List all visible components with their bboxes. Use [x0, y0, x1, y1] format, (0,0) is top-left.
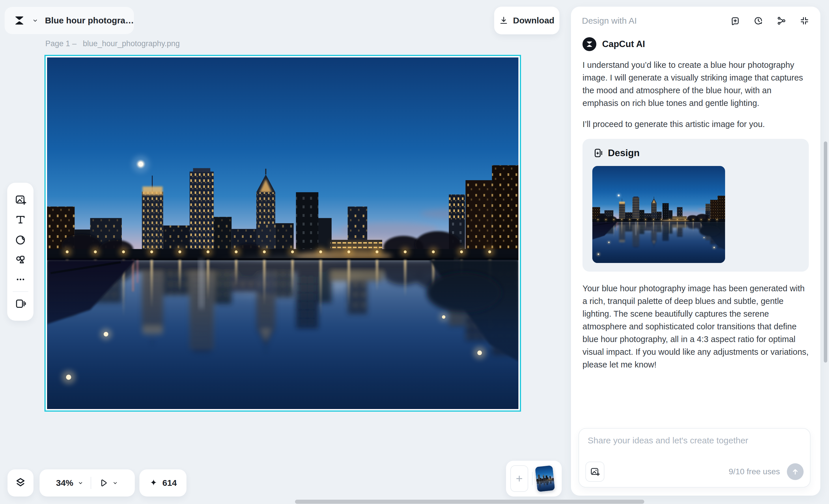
- design-icon: [592, 147, 603, 158]
- assistant-row: CapCut AI: [582, 37, 809, 51]
- text-tool[interactable]: [12, 212, 29, 228]
- download-label: Download: [513, 15, 554, 26]
- chat-thread: CapCut AI I understand you’d like to cre…: [571, 37, 820, 371]
- zoom-level[interactable]: 34%: [56, 478, 73, 488]
- file-name: blue_hour_photography.png: [83, 39, 180, 48]
- assistant-name: CapCut AI: [602, 39, 645, 49]
- chevron-down-icon[interactable]: [77, 480, 84, 486]
- pages-divider: [532, 472, 533, 485]
- page-thumbnail-image: [535, 465, 555, 492]
- horizontal-scrollbar[interactable]: [295, 500, 644, 504]
- panel-actions: [730, 16, 809, 26]
- capcut-logo[interactable]: [13, 14, 25, 27]
- capcut-logo: [585, 40, 593, 48]
- assistant-message: I understand you’d like to create a blue…: [582, 59, 809, 109]
- blue-hour-image[interactable]: [47, 58, 518, 409]
- assistant-message: I’ll proceed to generate this artistic i…: [582, 118, 809, 131]
- design-card-title: Design: [608, 147, 640, 158]
- panel-header: Design with AI: [571, 7, 820, 26]
- capcut-editor: Blue hour photogra… Download Page 1 – bl…: [0, 0, 829, 504]
- pill-divider: [91, 477, 91, 489]
- download-icon: [499, 16, 508, 25]
- layers-button[interactable]: [7, 469, 34, 497]
- add-page-button[interactable]: [510, 465, 528, 492]
- elements-icon: [15, 254, 26, 265]
- chat-input-toolbar: 9/10 free uses: [585, 462, 804, 482]
- sticker-icon: [15, 234, 26, 245]
- app-bar: Blue hour photogra…: [5, 7, 134, 34]
- panel-title: Design with AI: [582, 16, 730, 26]
- credits-button[interactable]: 614: [139, 469, 186, 497]
- attach-image-button[interactable]: [585, 462, 605, 482]
- layers-icon: [14, 476, 27, 489]
- free-uses-counter: 9/10 free uses: [729, 467, 780, 476]
- send-arrow-icon: [791, 467, 799, 476]
- add-image-icon: [15, 194, 26, 206]
- page-label: Page 1 – blue_hour_photography.png: [45, 39, 180, 48]
- chat-input[interactable]: [587, 435, 802, 457]
- frame-tool[interactable]: [12, 296, 29, 312]
- new-chat-icon[interactable]: [730, 16, 740, 26]
- chevron-down-icon[interactable]: [112, 480, 118, 486]
- frame-icon: [15, 298, 26, 310]
- capcut-ai-avatar: [582, 37, 597, 51]
- more-icon: [15, 274, 26, 285]
- left-toolbar: [7, 183, 34, 321]
- toolbar-divider: [13, 291, 28, 292]
- chat-input-card: 9/10 free uses: [578, 428, 810, 488]
- project-title[interactable]: Blue hour photogra…: [45, 15, 134, 26]
- page-number: Page 1 –: [45, 39, 76, 48]
- chevron-down-icon[interactable]: [32, 17, 39, 24]
- plus-icon: [515, 474, 524, 483]
- add-image-icon: [590, 467, 600, 476]
- send-button[interactable]: [787, 463, 804, 480]
- design-card-header: Design: [592, 147, 799, 158]
- zoom-control: 34%: [40, 469, 135, 497]
- download-button[interactable]: Download: [494, 7, 560, 34]
- credits-count: 614: [162, 478, 177, 488]
- more-tools[interactable]: [12, 271, 29, 288]
- share-icon[interactable]: [777, 16, 786, 26]
- history-icon[interactable]: [753, 16, 763, 26]
- elements-tool[interactable]: [12, 251, 29, 267]
- vertical-scrollbar[interactable]: [824, 141, 827, 363]
- collapse-icon[interactable]: [799, 16, 809, 26]
- sparkle-icon: [149, 478, 158, 488]
- design-card: Design: [582, 139, 809, 272]
- generated-image-thumbnail[interactable]: [592, 166, 725, 263]
- sticker-tool[interactable]: [12, 231, 29, 248]
- generated-image: [592, 166, 725, 263]
- pages-bar: [506, 461, 562, 497]
- page-thumbnail[interactable]: [535, 465, 555, 492]
- add-image-tool[interactable]: [12, 192, 29, 208]
- design-with-ai-panel: Design with AI: [571, 7, 820, 496]
- canvas-selection[interactable]: [44, 55, 521, 411]
- assistant-message: Your blue hour photography image has bee…: [582, 282, 809, 371]
- preview-cursor-icon[interactable]: [98, 478, 108, 488]
- text-icon: [15, 214, 26, 225]
